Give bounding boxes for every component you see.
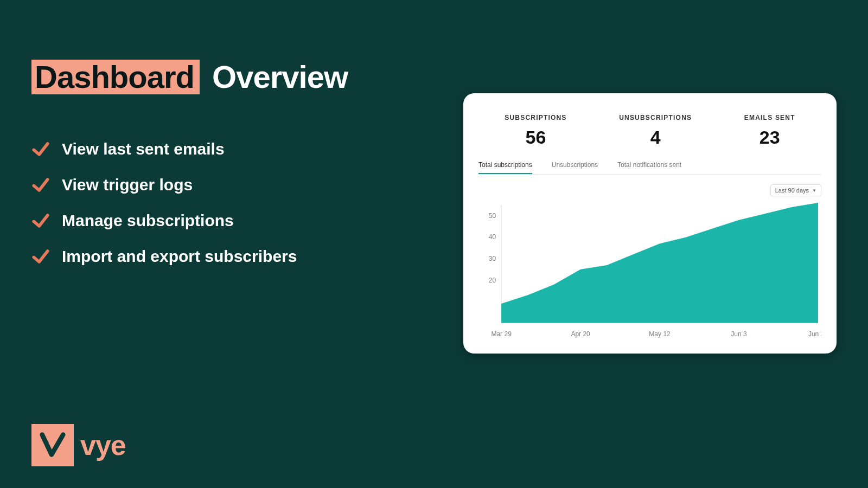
stat-subscriptions: SUBSCRIPTIONS 56 <box>505 114 566 148</box>
list-item: View last sent emails <box>31 139 444 159</box>
check-icon <box>31 211 50 230</box>
check-icon <box>31 176 50 194</box>
svg-text:May 12: May 12 <box>649 330 671 338</box>
brand-logo: vye <box>31 424 126 466</box>
chart-tabs: Total subscriptions Unsubscriptions Tota… <box>478 161 821 175</box>
svg-text:50: 50 <box>489 212 496 220</box>
title-rest: Overview <box>212 60 348 94</box>
date-range-select[interactable]: Last 90 days ▼ <box>770 184 821 196</box>
feature-list: View last sent emails View trigger logs … <box>31 139 444 266</box>
stats-row: SUBSCRIPTIONS 56 UNSUBSCRIPTIONS 4 EMAIL… <box>478 107 821 159</box>
svg-text:20: 20 <box>489 277 496 284</box>
tab-total-notifications-sent[interactable]: Total notifications sent <box>617 161 681 174</box>
list-item-label: View last sent emails <box>62 139 225 159</box>
svg-text:40: 40 <box>489 233 496 241</box>
list-item-label: Manage subscriptions <box>62 211 234 230</box>
stat-label: SUBSCRIPTIONS <box>505 114 566 121</box>
svg-text:Mar 29: Mar 29 <box>491 330 512 338</box>
stat-emails-sent: EMAILS SENT 23 <box>744 114 795 148</box>
svg-text:Jun 3: Jun 3 <box>731 330 747 338</box>
svg-text:Jun 25: Jun 25 <box>808 330 821 338</box>
stat-value: 4 <box>619 127 692 148</box>
title-highlight: Dashboard <box>31 60 200 94</box>
svg-text:30: 30 <box>489 255 496 262</box>
logo-text: vye <box>80 429 126 461</box>
check-icon <box>31 247 50 266</box>
check-icon <box>31 140 50 158</box>
tab-unsubscriptions[interactable]: Unsubscriptions <box>552 161 598 174</box>
stat-value: 23 <box>744 127 795 148</box>
chevron-down-icon: ▼ <box>812 188 816 193</box>
svg-text:Apr 20: Apr 20 <box>571 330 590 338</box>
list-item: View trigger logs <box>31 175 444 195</box>
list-item-label: View trigger logs <box>62 175 193 195</box>
stat-value: 56 <box>505 127 566 148</box>
tab-total-subscriptions[interactable]: Total subscriptions <box>478 161 532 174</box>
list-item-label: Import and export subscribers <box>62 247 297 266</box>
list-item: Import and export subscribers <box>31 247 444 266</box>
subscriptions-chart: 20304050Mar 29Apr 20May 12Jun 3Jun 25 <box>478 200 821 342</box>
page-title: Dashboard Overview <box>31 59 444 95</box>
stat-label: EMAILS SENT <box>744 114 795 121</box>
stat-unsubscriptions: UNSUBSCRIPTIONS 4 <box>619 114 692 148</box>
dashboard-card: SUBSCRIPTIONS 56 UNSUBSCRIPTIONS 4 EMAIL… <box>463 93 837 354</box>
date-range-label: Last 90 days <box>775 187 809 194</box>
list-item: Manage subscriptions <box>31 211 444 230</box>
logo-icon <box>31 424 74 466</box>
stat-label: UNSUBSCRIPTIONS <box>619 114 692 121</box>
